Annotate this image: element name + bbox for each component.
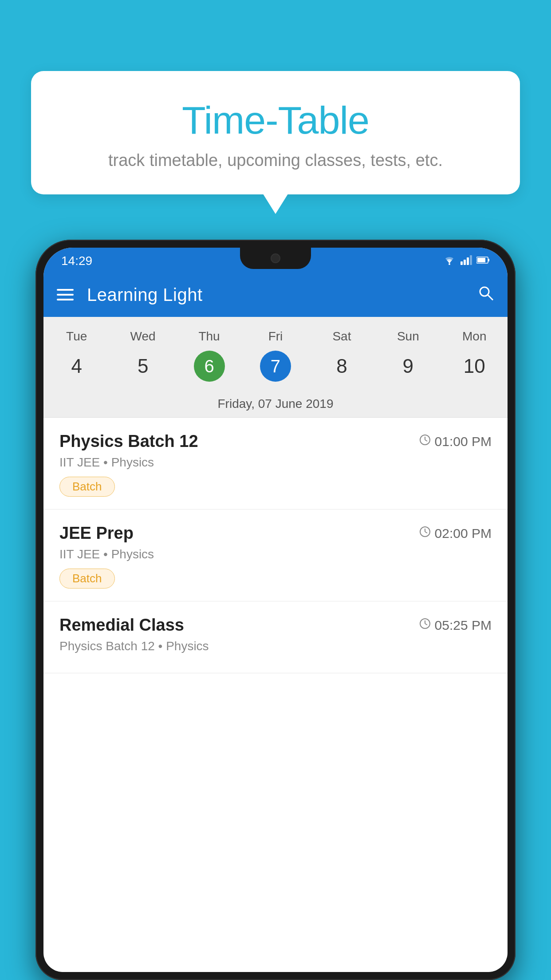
batch-badge: Batch <box>59 477 115 497</box>
day-number-9[interactable]: 9 <box>375 351 441 382</box>
app-bar: Learning Light <box>43 273 508 317</box>
schedule-item-header: Physics Batch 12 01:00 PM <box>59 432 492 451</box>
schedule-item[interactable]: Remedial Class 05:25 PM Physics Batch 12… <box>43 601 508 673</box>
day-numbers-row: 45678910 <box>43 347 508 391</box>
hamburger-icon[interactable] <box>57 289 74 300</box>
schedule-item-header: Remedial Class 05:25 PM <box>59 616 492 635</box>
schedule-item-time: 01:00 PM <box>419 434 492 449</box>
svg-line-12 <box>425 440 427 441</box>
day-name-thu: Thu <box>176 326 242 347</box>
selected-date-label: Friday, 07 June 2019 <box>43 391 508 418</box>
svg-point-0 <box>449 263 450 265</box>
schedule-item-subtitle: Physics Batch 12 • Physics <box>59 639 492 653</box>
phone-outer: 14:29 <box>35 240 516 980</box>
svg-rect-2 <box>464 260 466 265</box>
svg-rect-7 <box>477 258 485 262</box>
schedule-list: Physics Batch 12 01:00 PM IIT JEE • Phys… <box>43 418 508 972</box>
status-time: 14:29 <box>61 254 92 268</box>
day-number-5[interactable]: 5 <box>110 351 176 382</box>
wifi-icon <box>443 255 456 267</box>
batch-badge: Batch <box>59 569 115 589</box>
speech-bubble-container: Time-Table track timetable, upcoming cla… <box>31 71 520 194</box>
schedule-item-header: JEE Prep 02:00 PM <box>59 524 492 543</box>
day-number-6[interactable]: 6 <box>176 351 242 382</box>
clock-icon <box>419 434 431 449</box>
signal-icon <box>460 255 472 267</box>
schedule-item-time: 05:25 PM <box>419 617 492 633</box>
day-number-10[interactable]: 10 <box>441 351 508 382</box>
day-name-mon: Mon <box>441 326 508 347</box>
svg-line-15 <box>425 532 427 533</box>
svg-rect-3 <box>467 257 469 265</box>
schedule-item-title: Remedial Class <box>59 616 184 635</box>
app-title: Learning Light <box>87 285 477 305</box>
day-number-7[interactable]: 7 <box>242 351 308 382</box>
day-name-sun: Sun <box>375 326 441 347</box>
day-name-wed: Wed <box>110 326 176 347</box>
schedule-item[interactable]: Physics Batch 12 01:00 PM IIT JEE • Phys… <box>43 418 508 510</box>
svg-point-8 <box>480 287 489 296</box>
clock-icon <box>419 526 431 541</box>
speech-bubble: Time-Table track timetable, upcoming cla… <box>31 71 520 194</box>
status-icons <box>443 255 490 267</box>
battery-icon <box>476 256 490 266</box>
phone-screen: 14:29 <box>43 248 508 972</box>
day-names-row: TueWedThuFriSatSunMon <box>43 317 508 347</box>
front-camera <box>271 253 280 263</box>
schedule-item[interactable]: JEE Prep 02:00 PM IIT JEE • Physics Batc… <box>43 510 508 601</box>
bubble-subtitle: track timetable, upcoming classes, tests… <box>49 151 502 170</box>
day-number-4[interactable]: 4 <box>43 351 110 382</box>
schedule-item-subtitle: IIT JEE • Physics <box>59 547 492 561</box>
svg-rect-1 <box>460 261 463 265</box>
schedule-item-subtitle: IIT JEE • Physics <box>59 455 492 470</box>
day-name-sat: Sat <box>309 326 375 347</box>
search-icon[interactable] <box>477 285 494 305</box>
svg-line-18 <box>425 624 427 625</box>
svg-line-9 <box>488 295 493 300</box>
schedule-item-title: Physics Batch 12 <box>59 432 198 451</box>
day-name-fri: Fri <box>242 326 308 347</box>
phone-container: 14:29 <box>35 240 516 980</box>
clock-icon <box>419 617 431 633</box>
schedule-item-title: JEE Prep <box>59 524 134 543</box>
schedule-item-time: 02:00 PM <box>419 526 492 541</box>
calendar-week: TueWedThuFriSatSunMon 45678910 Friday, 0… <box>43 317 508 418</box>
day-name-tue: Tue <box>43 326 110 347</box>
phone-notch <box>240 248 311 269</box>
bubble-title: Time-Table <box>49 98 502 143</box>
svg-rect-4 <box>470 255 472 265</box>
day-number-8[interactable]: 8 <box>309 351 375 382</box>
svg-rect-6 <box>488 259 489 261</box>
